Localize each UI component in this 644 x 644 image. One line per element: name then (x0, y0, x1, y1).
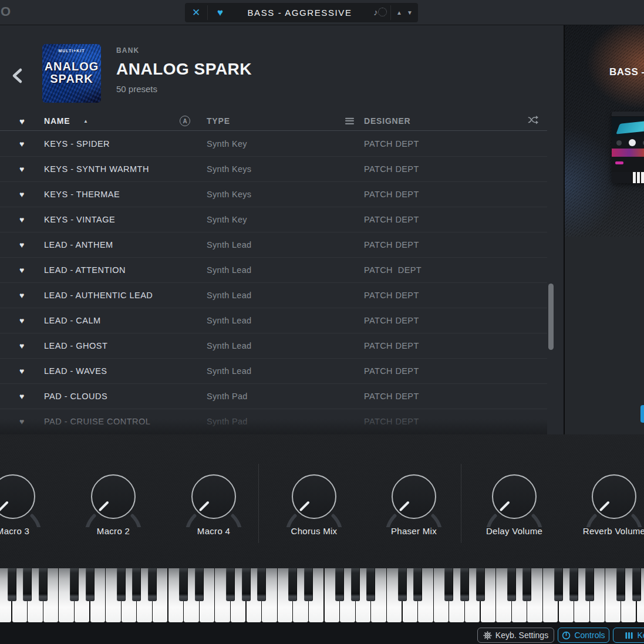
black-key[interactable] (226, 568, 235, 601)
gear-icon (483, 631, 492, 640)
black-key[interactable] (86, 568, 95, 601)
shuffle-icon[interactable] (528, 115, 539, 127)
preset-row[interactable]: ♥ KEYS - THERMAE Synth Keys PATCH DEPT (0, 182, 547, 207)
preset-row[interactable]: ♥ LEAD - GHOST Synth Lead PATCH DEPT (0, 333, 547, 359)
knob-dial[interactable] (484, 466, 545, 527)
column-name[interactable]: NAME (44, 116, 70, 126)
current-preset-name[interactable]: BASS - AGGRESSIVE (232, 3, 367, 22)
black-key[interactable] (23, 568, 32, 601)
preset-row[interactable]: ♥ PAD - CRUISE CONTROL Synth Pad PATCH D… (0, 409, 547, 434)
black-key[interactable] (132, 568, 141, 601)
favorite-icon[interactable]: ♥ (208, 3, 232, 22)
favorites-column-icon[interactable]: ♥ (19, 116, 25, 126)
keyboard (0, 568, 644, 622)
black-key[interactable] (616, 568, 625, 601)
next-preset-icon[interactable]: ▼ (407, 9, 413, 16)
black-key[interactable] (242, 568, 251, 601)
keyb-settings-button[interactable]: Keyb. Settings (477, 628, 554, 643)
row-favorite-icon[interactable]: ♥ (19, 291, 24, 300)
app-logo: O (1, 4, 11, 19)
previous-preset-icon[interactable]: ▲ (396, 9, 402, 16)
bank-label: BANK (116, 46, 252, 55)
preset-row[interactable]: ♥ KEYS - SPIDER Synth Key PATCH DEPT (0, 132, 547, 157)
black-key[interactable] (304, 568, 313, 601)
black-key[interactable] (257, 568, 266, 601)
midi-note-icon[interactable]: ♪ (367, 3, 390, 22)
black-key[interactable] (569, 568, 578, 601)
knob-label: Phaser Mix (376, 526, 452, 536)
row-favorite-icon[interactable]: ♥ (19, 215, 24, 224)
column-type[interactable]: TYPE (207, 116, 230, 126)
preset-designer: PATCH DEPT (364, 366, 419, 376)
bank-meta: BANK ANALOG SPARK 50 presets (116, 46, 252, 94)
black-key[interactable] (554, 568, 563, 601)
faders-icon (625, 631, 633, 640)
black-key[interactable] (335, 568, 344, 601)
black-key[interactable] (444, 568, 453, 601)
preset-name: LEAD - CALM (44, 316, 101, 325)
column-designer[interactable]: DESIGNER (364, 116, 411, 126)
black-key[interactable] (460, 568, 469, 601)
load-button-edge[interactable] (640, 405, 644, 423)
black-key[interactable] (413, 568, 422, 601)
black-key[interactable] (39, 568, 48, 601)
black-key[interactable] (148, 568, 157, 601)
knob-dial[interactable] (0, 466, 43, 527)
scrollbar-thumb[interactable] (548, 284, 554, 350)
preset-name: KEYS - THERMAE (44, 190, 120, 199)
list-menu-icon[interactable] (345, 116, 354, 126)
black-key[interactable] (632, 568, 641, 601)
preset-row[interactable]: ♥ LEAD - WAVES Synth Lead PATCH DEPT (0, 359, 547, 384)
row-favorite-icon[interactable]: ♥ (19, 240, 24, 249)
black-key[interactable] (195, 568, 204, 601)
preset-row[interactable]: ♥ KEYS - SYNTH WARMTH Synth Keys PATCH D… (0, 157, 547, 182)
artwork-title: ANALOG SPARK (42, 60, 101, 85)
row-favorite-icon[interactable]: ♥ (19, 164, 24, 174)
row-favorite-icon[interactable]: ♥ (19, 139, 24, 149)
preset-type: Synth Keys (207, 190, 251, 199)
back-button[interactable] (8, 65, 27, 88)
knob-dial[interactable] (383, 466, 444, 527)
preset-row[interactable]: ♥ LEAD - ANTHEM Synth Lead PATCH DEPT (0, 232, 547, 258)
row-favorite-icon[interactable]: ♥ (19, 316, 24, 325)
row-favorite-icon[interactable]: ♥ (19, 392, 24, 401)
black-key[interactable] (288, 568, 297, 601)
clear-preset-icon[interactable]: ✕ (185, 3, 207, 22)
black-key[interactable] (70, 568, 79, 601)
row-favorite-icon[interactable]: ♥ (19, 366, 24, 376)
preset-row[interactable]: ♥ LEAD - AUTHENTIC LEAD Synth Lead PATCH… (0, 283, 547, 308)
bank-preset-count: 50 presets (116, 84, 252, 94)
controls-button[interactable]: Controls (558, 628, 609, 643)
knob-dial[interactable] (584, 466, 644, 527)
black-key[interactable] (476, 568, 485, 601)
keyboard-button[interactable]: Key (613, 628, 644, 643)
black-key[interactable] (522, 568, 531, 601)
preset-row[interactable]: ♥ KEYS - VINTAGE Synth Key PATCH DEPT (0, 207, 547, 232)
black-key[interactable] (117, 568, 126, 601)
row-favorite-icon[interactable]: ♥ (19, 190, 24, 199)
preset-designer: PATCH DEPT (364, 139, 419, 149)
knob-dial[interactable] (284, 466, 345, 527)
black-key[interactable] (351, 568, 360, 601)
preset-type: Synth Pad (207, 417, 248, 426)
preset-row[interactable]: ♥ LEAD - CALM Synth Lead PATCH DEPT (0, 308, 547, 333)
alphabetical-sort-icon[interactable]: A (180, 116, 190, 126)
preset-designer: PATCH DEPT (364, 341, 419, 350)
black-key[interactable] (585, 568, 594, 601)
bank-artwork: MULTI+KIT ANALOG SPARK (42, 44, 101, 103)
black-key[interactable] (507, 568, 516, 601)
row-favorite-icon[interactable]: ♥ (19, 341, 24, 350)
sort-ascending-icon[interactable]: ▲ (83, 119, 88, 124)
chevron-left-icon (10, 68, 25, 84)
black-key[interactable] (8, 568, 16, 601)
preset-row[interactable]: ♥ PAD - CLOUDS Synth Pad PATCH DEPT (0, 384, 547, 409)
preset-type: Synth Lead (207, 366, 251, 376)
black-key[interactable] (179, 568, 188, 601)
row-favorite-icon[interactable]: ♥ (19, 265, 24, 275)
row-favorite-icon[interactable]: ♥ (19, 417, 24, 426)
knob-dial[interactable] (83, 466, 144, 527)
preset-row[interactable]: ♥ LEAD - ATTENTION Synth Lead PATCH DEPT (0, 258, 547, 283)
knob-dial[interactable] (183, 466, 244, 527)
black-key[interactable] (398, 568, 407, 601)
black-key[interactable] (366, 568, 375, 601)
